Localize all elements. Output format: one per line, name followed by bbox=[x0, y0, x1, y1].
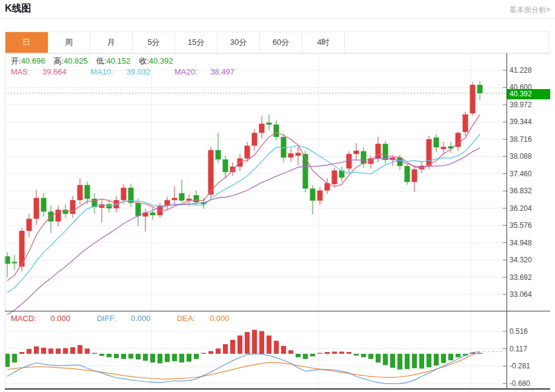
price-axis-label: 33.692 bbox=[510, 273, 552, 282]
low-value: 40.152 bbox=[106, 56, 130, 65]
open-label: 开: bbox=[11, 56, 21, 65]
price-axis-label: 38.716 bbox=[510, 135, 552, 144]
open-value: 40.696 bbox=[21, 56, 45, 65]
price-axis-label: 36.204 bbox=[510, 204, 552, 213]
price-axis-label: 33.064 bbox=[510, 290, 552, 299]
macd-axis-label: -0.281 bbox=[510, 362, 552, 370]
ma-lines-group bbox=[7, 115, 480, 314]
price-axis-label: 36.832 bbox=[510, 187, 552, 195]
current-price-badge: 40.392 bbox=[507, 89, 550, 99]
price-axis-label: 39.972 bbox=[510, 101, 552, 109]
price-axis-label: 37.460 bbox=[510, 170, 552, 178]
chart-borders bbox=[5, 53, 550, 389]
high-value: 40.825 bbox=[64, 56, 88, 65]
macd-value: MACD: 0.000 bbox=[11, 314, 82, 323]
price-axis-label: 35.576 bbox=[510, 221, 552, 230]
dea-value: DEA: 0.000 bbox=[177, 314, 242, 323]
price-axis-label: 39.344 bbox=[510, 118, 552, 126]
macd-readout: MACD: 0.000 DIFF: 0.000 DEA: 0.000 bbox=[11, 314, 254, 323]
close-value: 40.392 bbox=[149, 56, 173, 65]
close-label: 收: bbox=[139, 56, 149, 65]
high-label: 高: bbox=[53, 56, 64, 65]
price-axis-label: 38.088 bbox=[510, 152, 552, 161]
macd-axis-label: -0.680 bbox=[510, 379, 552, 388]
ma20-readout: MA20: 38.497 bbox=[174, 67, 245, 76]
price-axis-label: 34.948 bbox=[510, 239, 552, 247]
macd-axis-label: 0.516 bbox=[510, 327, 552, 336]
macd-axis-label: 0.117 bbox=[510, 345, 552, 353]
macd-histogram-group bbox=[5, 330, 482, 369]
low-label: 低: bbox=[96, 56, 107, 65]
price-axis-label: 34.320 bbox=[510, 256, 552, 264]
candles-group bbox=[5, 81, 483, 277]
price-axis-label: 41.228 bbox=[510, 66, 552, 75]
ma5-readout: MA5: 39.664 bbox=[11, 67, 78, 76]
ma10-readout: MA10: 39.032 bbox=[90, 67, 161, 76]
ma-readout: MA5: 39.664 MA10: 39.032 MA20: 38.497 bbox=[11, 67, 256, 76]
diff-value: DIFF: 0.000 bbox=[97, 314, 163, 323]
ohlc-readout: 开:40.696高:40.825低:40.152收:40.392 bbox=[11, 56, 182, 67]
